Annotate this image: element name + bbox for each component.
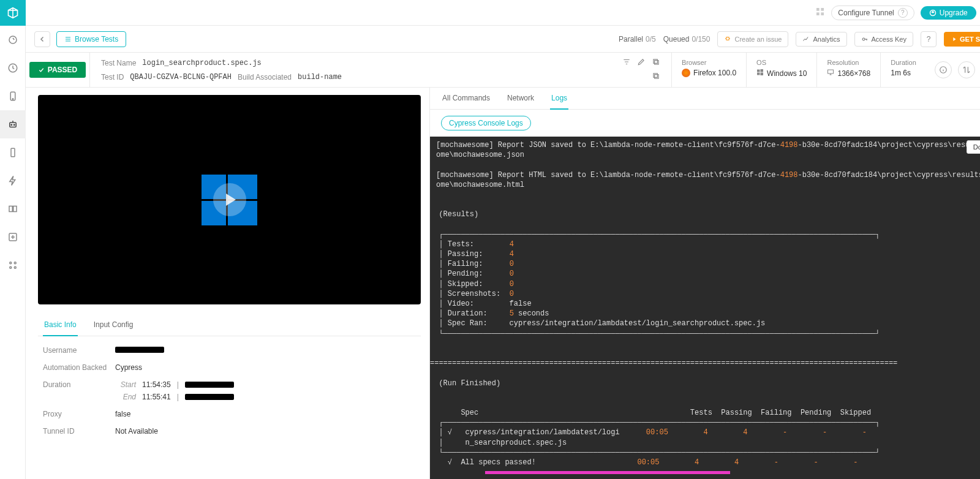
start-date-redacted (185, 382, 234, 388)
test-name-value: login_searchproduct.spec.js (142, 59, 261, 67)
sidebar-clock-icon[interactable] (0, 54, 26, 82)
svg-point-3 (12, 99, 13, 100)
help-button[interactable]: ? (921, 31, 937, 47)
svg-rect-26 (654, 74, 657, 77)
svg-point-13 (9, 266, 11, 268)
header: Configure Tunnel ? Upgrade (26, 0, 980, 26)
queued-status: Queued 0/150 (663, 35, 710, 43)
proxy-label: Proxy (43, 410, 115, 418)
analytics-label: Analytics (813, 36, 840, 43)
build-value: build-name (298, 73, 342, 81)
svg-point-5 (11, 124, 12, 126)
username-value-redacted (115, 347, 164, 353)
svg-rect-27 (757, 70, 760, 72)
copy-icon[interactable] (652, 58, 660, 68)
video-player[interactable] (38, 95, 421, 304)
browse-tests-button[interactable]: Browse Tests (56, 31, 126, 47)
start-time: 11:54:35 (142, 380, 171, 389)
status-badge: PASSED (29, 62, 86, 78)
sidebar-robot-icon[interactable] (0, 110, 26, 138)
highlight-marker (485, 471, 730, 474)
svg-rect-15 (816, 8, 820, 11)
automation-label: Automation Backed (43, 363, 115, 372)
proxy-value: false (115, 410, 130, 418)
svg-point-14 (14, 266, 16, 268)
tab-logs[interactable]: Logs (550, 88, 568, 110)
svg-rect-17 (816, 12, 820, 15)
svg-rect-29 (757, 73, 760, 75)
windows-icon (756, 69, 764, 78)
svg-rect-30 (761, 73, 764, 76)
back-button[interactable] (34, 31, 50, 47)
get-started-label: GET STARTED (960, 36, 980, 43)
browser-label: Browser (682, 59, 736, 66)
automation-value: Cypress (115, 363, 142, 372)
sidebar-plus-icon[interactable] (0, 223, 26, 251)
svg-point-11 (9, 262, 11, 264)
tab-all-commands[interactable]: All Commands (441, 88, 491, 109)
svg-rect-16 (821, 8, 824, 11)
start-label: Start (115, 380, 136, 389)
status-label: PASSED (48, 66, 77, 74)
access-key-button[interactable]: Access Key (854, 32, 913, 47)
svg-point-6 (13, 124, 15, 126)
svg-rect-8 (9, 206, 12, 212)
left-pane: Basic Info Input Config Username Automat… (26, 88, 430, 479)
tab-input-config[interactable]: Input Config (92, 314, 135, 336)
svg-point-22 (862, 38, 865, 40)
copy-id-icon[interactable] (652, 72, 660, 82)
end-label: End (115, 393, 136, 401)
log-tabs: All Commands Network Logs (430, 88, 980, 110)
left-sidebar (0, 0, 26, 479)
configure-tunnel-button[interactable]: Configure Tunnel ? (831, 6, 914, 20)
edit-icon[interactable] (637, 58, 646, 68)
svg-point-0 (9, 36, 17, 43)
username-label: Username (43, 346, 115, 355)
analytics-button[interactable]: Analytics (796, 32, 846, 47)
firefox-icon (682, 69, 690, 77)
tab-basic-info[interactable]: Basic Info (43, 314, 78, 336)
svg-rect-9 (13, 206, 16, 212)
upgrade-label: Upgrade (940, 9, 968, 17)
grid-icon[interactable] (815, 7, 825, 18)
get-started-button[interactable]: GET STARTED (944, 32, 980, 47)
svg-rect-18 (821, 12, 824, 15)
sidebar-dashboard-icon[interactable] (0, 26, 26, 54)
logo-icon[interactable] (0, 0, 26, 26)
test-name-label: Test Name (101, 59, 136, 67)
test-meta-row: PASSED Test Name login_searchproduct.spe… (26, 53, 980, 88)
play-icon[interactable] (213, 183, 246, 216)
sidebar-device-icon[interactable] (0, 82, 26, 110)
sidebar-apps-icon[interactable] (0, 251, 26, 279)
build-label: Build Associated (238, 73, 292, 81)
svg-rect-7 (11, 148, 15, 157)
monitor-icon (827, 69, 834, 78)
svg-rect-31 (828, 70, 834, 74)
browser-value: Firefox 100.0 (693, 69, 736, 77)
os-label: OS (756, 59, 807, 66)
svg-rect-28 (761, 69, 764, 72)
sidebar-phone-icon[interactable] (0, 138, 26, 167)
os-value: Windows 10 (767, 69, 807, 78)
tunnel-value: Not Available (115, 427, 158, 436)
test-id-value: QBAJU-CGZVA-BCLNG-QPFAH (130, 73, 232, 81)
upgrade-button[interactable]: Upgrade (921, 6, 976, 20)
access-key-label: Access Key (872, 36, 907, 43)
create-issue-button[interactable]: Create an issue (717, 31, 788, 47)
download-button[interactable]: Download (967, 140, 980, 154)
info-duration-label: Duration (43, 380, 115, 389)
tunnel-label: Tunnel ID (43, 427, 115, 436)
info-tabs: Basic Info Input Config (38, 314, 421, 336)
compare-icon[interactable] (958, 61, 975, 78)
svg-rect-25 (655, 75, 658, 78)
cypress-console-logs-button[interactable]: Cypress Console Logs (441, 116, 531, 130)
svg-rect-23 (655, 61, 658, 64)
duration-value: 1m 6s (891, 69, 911, 77)
configure-tunnel-label: Configure Tunnel (838, 9, 894, 17)
info-icon[interactable] (935, 61, 952, 78)
sidebar-bolt-icon[interactable] (0, 167, 26, 195)
parallel-status: Parallel 0/5 (619, 35, 656, 43)
filter-icon[interactable] (622, 58, 631, 68)
sidebar-layers-icon[interactable] (0, 195, 26, 223)
tab-network[interactable]: Network (506, 88, 535, 109)
